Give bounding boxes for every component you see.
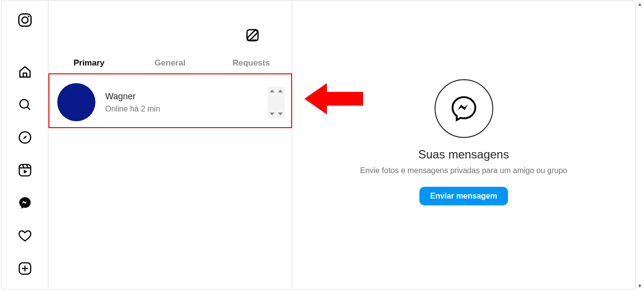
main-title: Suas mensagens: [418, 148, 509, 161]
nav-search[interactable]: [12, 92, 38, 116]
inbox-panel: Primary General Requests Wagner Online h…: [48, 1, 292, 289]
nav-sidebar: [2, 1, 48, 289]
nav-reels[interactable]: [12, 158, 38, 182]
thread-subtext: Online há 2 min: [105, 105, 266, 113]
thread-name: Wagner: [105, 91, 266, 102]
thread-list: Wagner Online há 2 min: [48, 74, 292, 289]
thread-item[interactable]: Wagner Online há 2 min: [48, 74, 292, 130]
svg-marker-11: [24, 169, 27, 173]
inbox-tabs: Primary General Requests: [48, 52, 292, 74]
scroll-down-icon[interactable]: ▼: [636, 282, 644, 290]
inbox-header: [48, 1, 292, 52]
app-frame: Primary General Requests Wagner Online h…: [1, 0, 636, 290]
tab-requests[interactable]: Requests: [210, 52, 292, 74]
svg-point-3: [20, 99, 29, 108]
svg-rect-7: [19, 164, 30, 176]
tab-primary[interactable]: Primary: [48, 52, 130, 74]
scroll-up-icon[interactable]: ▲: [636, 0, 644, 8]
tab-general[interactable]: General: [130, 52, 211, 74]
instagram-logo[interactable]: [18, 13, 32, 29]
svg-rect-0: [19, 14, 31, 26]
main-subtitle: Envie fotos e mensagens privadas para um…: [360, 166, 567, 175]
svg-point-1: [22, 17, 28, 23]
avatar: [57, 83, 95, 121]
page-scrollbar[interactable]: ▲ ▼: [636, 0, 644, 290]
nav-explore[interactable]: [12, 125, 38, 149]
thread-meta: Wagner Online há 2 min: [105, 91, 266, 113]
nav-create[interactable]: [12, 256, 38, 280]
compose-button[interactable]: [243, 25, 262, 45]
nav-home[interactable]: [12, 60, 38, 84]
svg-point-2: [28, 16, 29, 17]
nav-messages[interactable]: [12, 191, 38, 215]
thread-hover-controls[interactable]: [268, 87, 285, 118]
send-message-button[interactable]: Enviar mensagem: [419, 187, 508, 205]
messenger-hero-icon: [435, 79, 493, 138]
main-panel: Suas mensagens Envie fotos e mensagens p…: [292, 1, 635, 289]
svg-line-4: [27, 107, 30, 110]
svg-marker-6: [23, 135, 27, 139]
nav-notifications[interactable]: [12, 223, 38, 247]
